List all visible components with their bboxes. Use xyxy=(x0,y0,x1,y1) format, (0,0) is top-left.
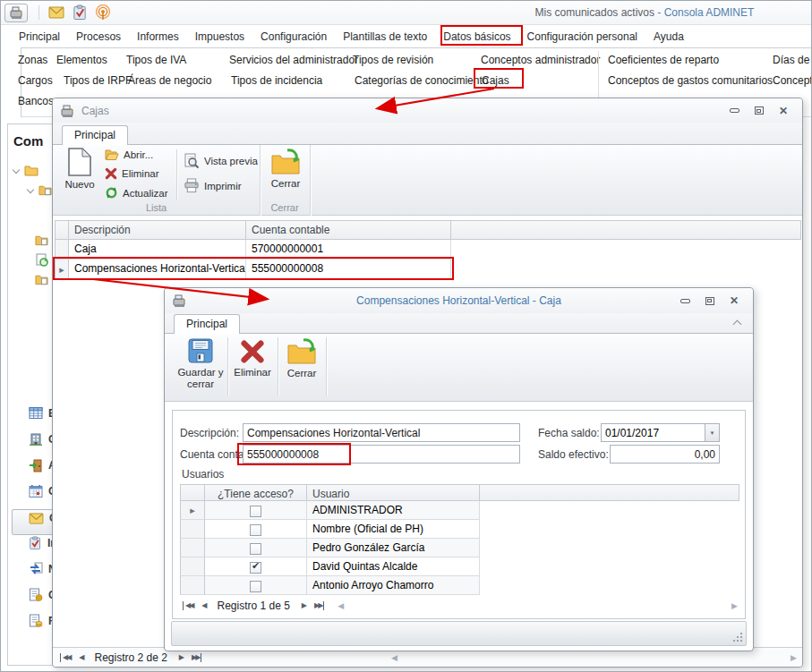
imprimir-button[interactable]: Imprimir xyxy=(184,178,242,193)
first-record-icon[interactable] xyxy=(60,653,72,662)
last-record-icon[interactable] xyxy=(312,601,324,610)
menu-cajas[interactable]: Cajas xyxy=(482,74,509,87)
cell-acceso[interactable] xyxy=(205,539,307,557)
menu-tipos-de-revision[interactable]: Tipos de revisión xyxy=(353,54,433,66)
checkbox[interactable] xyxy=(250,581,261,592)
tab-configuracion[interactable]: Configuración xyxy=(261,30,327,43)
menu-elementos[interactable]: Elementos xyxy=(56,54,107,66)
actualizar-button[interactable]: Actualizar xyxy=(105,186,168,200)
tab-ayuda[interactable]: Ayuda xyxy=(654,30,684,43)
cell-usuario[interactable]: David Quintas Alcalde xyxy=(307,557,480,576)
checkbox[interactable] xyxy=(250,562,261,574)
guardar-y-cerrar-button[interactable]: Guardar y cerrar xyxy=(177,337,224,390)
cell-acceso[interactable] xyxy=(205,576,307,595)
menu-servicios-del-administrador[interactable]: Servicios del administrador xyxy=(229,54,358,66)
table-row[interactable]: Antonio Arroyo Chamorro xyxy=(180,576,739,595)
table-row[interactable]: David Quintas Alcalde xyxy=(180,557,739,576)
tree-node-item[interactable] xyxy=(35,273,48,285)
menu-bancos[interactable]: Bancos xyxy=(18,95,54,107)
tab-principal[interactable]: Principal xyxy=(19,30,60,43)
mail-button[interactable] xyxy=(45,4,68,22)
menu-conceptos-de-gastos-comunitarios[interactable]: Conceptos de gastos comunitarios xyxy=(608,74,773,87)
cell-cuenta[interactable]: 570000000001 xyxy=(246,240,451,259)
tab-procesos[interactable]: Procesos xyxy=(76,30,121,43)
table-row[interactable]: Nombre (Oficial de PH) xyxy=(180,520,739,539)
cerrar-button[interactable]: Cerrar xyxy=(281,337,322,379)
column-header-tiene-acceso[interactable]: ¿Tiene acceso? xyxy=(205,484,307,501)
menu-cargos[interactable]: Cargos xyxy=(18,74,53,87)
tab-datos-basicos[interactable]: Datos básicos xyxy=(443,30,510,43)
menu-dias-de-envio[interactable]: Días de en xyxy=(773,54,812,66)
saldo-efectivo-field[interactable] xyxy=(610,445,720,464)
tab-configuracion-personal[interactable]: Configuración personal xyxy=(527,30,637,43)
table-row[interactable]: Pedro González García xyxy=(180,539,739,557)
caja-dialog-titlebar[interactable]: Compensaciones Horizontal-Vertical - Caj… xyxy=(165,288,753,313)
tab-principal[interactable]: Principal xyxy=(174,314,240,334)
menu-conceptos-administrador[interactable]: Conceptos administrador xyxy=(481,54,600,66)
scroll-left-icon[interactable]: ◀ xyxy=(391,653,397,662)
menu-categorias-de-conocimiento[interactable]: Categorías de conocimiento xyxy=(355,74,488,87)
previous-record-icon[interactable] xyxy=(77,653,84,662)
fecha-saldo-input[interactable] xyxy=(602,424,705,441)
first-record-icon[interactable] xyxy=(183,601,194,610)
fecha-saldo-field[interactable] xyxy=(601,423,720,442)
restore-icon[interactable] xyxy=(755,106,764,115)
tab-impuestos[interactable]: Impuestos xyxy=(195,30,244,43)
table-row[interactable]: Caja 570000000001 xyxy=(55,240,801,259)
cell-cuenta[interactable]: 555000000008 xyxy=(246,259,451,279)
cell-usuario[interactable]: Pedro González García xyxy=(307,539,480,557)
app-menu-button[interactable] xyxy=(4,4,28,22)
table-row-selected[interactable]: Compensaciones Horizontal-Vertical 55500… xyxy=(55,259,801,279)
last-record-icon[interactable] xyxy=(190,653,201,662)
close-icon[interactable]: ✕ xyxy=(779,106,788,115)
chevron-down-icon[interactable] xyxy=(13,166,20,174)
menu-tipos-de-incidencia[interactable]: Tipos de incidencia xyxy=(231,74,322,87)
cell-descripcion[interactable]: Compensaciones Horizontal-Vertical xyxy=(69,259,246,279)
menu-tipos-de-irpf[interactable]: Tipos de IRPF xyxy=(64,74,132,87)
broadcast-button[interactable] xyxy=(91,4,115,22)
scroll-right-icon[interactable]: ▶ xyxy=(791,653,797,662)
menu-conceptos[interactable]: Concepto xyxy=(773,74,812,87)
cell-acceso[interactable] xyxy=(205,520,307,539)
table-row[interactable]: ADMINISTRADOR xyxy=(180,501,739,520)
column-header-usuario[interactable]: Usuario xyxy=(307,484,480,501)
cell-usuario[interactable]: Nombre (Oficial de PH) xyxy=(307,520,480,539)
next-record-icon[interactable] xyxy=(177,653,184,662)
previous-record-icon[interactable] xyxy=(200,601,207,610)
menu-tipos-de-iva[interactable]: Tipos de IVA xyxy=(126,54,186,66)
menu-areas-de-negocio[interactable]: Áreas de negocio xyxy=(128,74,211,87)
abrir-button[interactable]: Abrir... xyxy=(105,149,153,161)
tab-informes[interactable]: Informes xyxy=(137,30,179,43)
eliminar-button[interactable]: Eliminar xyxy=(105,167,159,180)
vista-previa-button[interactable]: Vista previa xyxy=(184,153,258,169)
cuenta-contable-field[interactable] xyxy=(243,445,520,464)
cerrar-button[interactable]: Cerrar xyxy=(266,148,305,190)
cell-usuario[interactable]: Antonio Arroyo Chamorro xyxy=(307,576,480,595)
checkbox[interactable] xyxy=(250,543,261,555)
checkbox[interactable] xyxy=(250,506,261,517)
minimize-icon[interactable] xyxy=(730,108,739,113)
resize-grip-icon[interactable] xyxy=(733,633,743,642)
dropdown-arrow-icon[interactable] xyxy=(705,424,719,441)
tab-principal[interactable]: Principal xyxy=(62,125,128,145)
eliminar-button[interactable]: Eliminar xyxy=(231,339,274,379)
tree-node-item[interactable] xyxy=(35,234,48,246)
column-header-descripcion[interactable]: Descripción xyxy=(69,220,246,240)
menu-coeficientes-de-reparto[interactable]: Coeficientes de reparto xyxy=(608,54,719,66)
close-icon[interactable]: ✕ xyxy=(730,296,739,305)
collapse-ribbon-icon[interactable] xyxy=(733,320,742,329)
column-header-cuenta-contable[interactable]: Cuenta contable xyxy=(246,220,451,240)
cell-usuario[interactable]: ADMINISTRADOR xyxy=(307,501,480,520)
scroll-right-icon[interactable]: ▶ xyxy=(731,601,738,610)
minimize-icon[interactable] xyxy=(680,299,690,303)
restore-icon[interactable] xyxy=(705,297,714,305)
menu-zonas[interactable]: Zonas xyxy=(18,54,47,66)
tab-plantillas-de-texto[interactable]: Plantillas de texto xyxy=(343,30,427,43)
scroll-left-icon[interactable]: ◀ xyxy=(338,601,344,610)
descripcion-field[interactable] xyxy=(243,423,520,442)
cajas-dialog-titlebar[interactable]: Cajas ✕ xyxy=(53,98,802,123)
tasks-button[interactable] xyxy=(68,4,91,22)
checkbox[interactable] xyxy=(250,524,261,536)
cell-descripcion[interactable]: Caja xyxy=(69,240,246,259)
tree-node-root[interactable] xyxy=(13,164,38,176)
